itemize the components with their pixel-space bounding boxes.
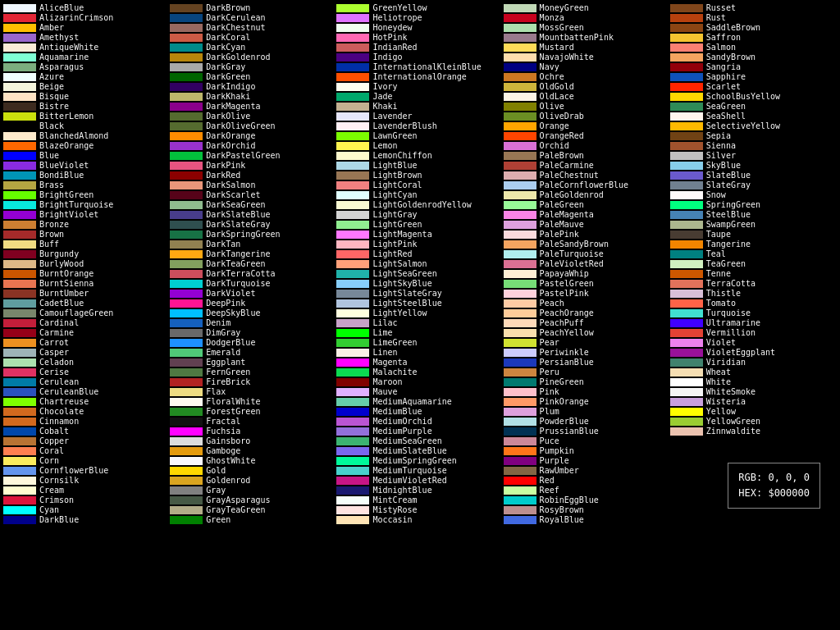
list-item[interactable]: DarkPastelGreen	[170, 151, 336, 160]
list-item[interactable]: PalePink	[504, 230, 670, 239]
list-item[interactable]: PaleSandyBrown	[504, 240, 670, 249]
list-item[interactable]: Red	[504, 476, 670, 485]
list-item[interactable]: Ultramarine	[670, 318, 837, 327]
list-item[interactable]: PaleChestnut	[504, 171, 670, 180]
list-item[interactable]: BurntSienna	[3, 279, 170, 288]
list-item[interactable]: Salmon	[670, 43, 837, 52]
list-item[interactable]: Buff	[3, 240, 170, 249]
list-item[interactable]: SteelBlue	[670, 210, 837, 219]
list-item[interactable]: PinkOrange	[504, 397, 670, 406]
list-item[interactable]: SkyBlue	[670, 161, 837, 170]
list-item[interactable]: Corn	[3, 456, 170, 465]
list-item[interactable]: RosyBrown	[504, 505, 670, 514]
list-item[interactable]: Carrot	[3, 338, 170, 347]
list-item[interactable]: VioletEggplant	[670, 348, 837, 357]
list-item[interactable]: Vermillion	[670, 328, 837, 337]
list-item[interactable]: Tenne	[670, 269, 837, 278]
list-item[interactable]: LemonChiffon	[336, 151, 503, 160]
list-item[interactable]: Cyan	[3, 505, 170, 514]
list-item[interactable]: DarkOlive	[170, 112, 336, 121]
list-item[interactable]: InternationalOrange	[336, 72, 503, 81]
list-item[interactable]: LightYellow	[336, 308, 503, 317]
list-item[interactable]: IndianRed	[336, 43, 503, 52]
list-item[interactable]: Silver	[670, 151, 837, 160]
list-item[interactable]: DarkGreen	[170, 72, 336, 81]
list-item[interactable]: DarkPink	[170, 161, 336, 170]
list-item[interactable]: PersianBlue	[504, 358, 670, 367]
list-item[interactable]: BlueViolet	[3, 161, 170, 170]
list-item[interactable]: LightGoldenrodYellow	[336, 200, 503, 209]
list-item[interactable]: DimGray	[170, 328, 336, 337]
list-item[interactable]: SaddleBrown	[670, 23, 837, 32]
list-item[interactable]: Olive	[504, 102, 670, 111]
list-item[interactable]: DarkBlue	[3, 515, 170, 524]
list-item[interactable]: DarkTeaGreen	[170, 259, 336, 268]
list-item[interactable]: GrayAsparagus	[170, 495, 336, 504]
list-item[interactable]: GhostWhite	[170, 456, 336, 465]
list-item[interactable]: TeaGreen	[670, 259, 837, 268]
list-item[interactable]: DeepSkyBlue	[170, 308, 336, 317]
list-item[interactable]: CeruleanBlue	[3, 387, 170, 396]
list-item[interactable]: Peru	[504, 368, 670, 377]
list-item[interactable]: HotPink	[336, 33, 503, 42]
list-item[interactable]: CornflowerBlue	[3, 466, 170, 475]
list-item[interactable]: DarkCyan	[170, 43, 336, 52]
list-item[interactable]: BlanchedAlmond	[3, 131, 170, 140]
list-item[interactable]: PeachOrange	[504, 308, 670, 317]
list-item[interactable]: Gamboge	[170, 446, 336, 455]
list-item[interactable]: LightGreen	[336, 220, 503, 229]
list-item[interactable]: RobinEggBlue	[504, 495, 670, 504]
list-item[interactable]: MidnightBlue	[336, 486, 503, 495]
list-item[interactable]: LawnGreen	[336, 131, 503, 140]
list-item[interactable]: Azure	[3, 72, 170, 81]
list-item[interactable]: SchoolBusYellow	[670, 92, 837, 101]
list-item[interactable]: Purple	[504, 456, 670, 465]
list-item[interactable]: Turquoise	[670, 308, 837, 317]
list-item[interactable]: LightSalmon	[336, 259, 503, 268]
list-item[interactable]: Crimson	[3, 495, 170, 504]
list-item[interactable]: PrussianBlue	[504, 427, 670, 436]
list-item[interactable]: Moccasin	[336, 515, 503, 524]
list-item[interactable]: BrightGreen	[3, 190, 170, 199]
list-item[interactable]: LightSkyBlue	[336, 279, 503, 288]
list-item[interactable]: SandyBrown	[670, 52, 837, 62]
list-item[interactable]: Tomato	[670, 299, 837, 308]
list-item[interactable]: Copper	[3, 436, 170, 445]
list-item[interactable]: Cream	[3, 486, 170, 495]
list-item[interactable]: Cornsilk	[3, 476, 170, 485]
list-item[interactable]: DarkSpringGreen	[170, 230, 336, 239]
list-item[interactable]: Zinnwaldite	[670, 427, 837, 436]
list-item[interactable]: DarkTurquoise	[170, 279, 336, 288]
list-item[interactable]: Lime	[336, 328, 503, 337]
list-item[interactable]: DarkOrange	[170, 131, 336, 140]
list-item[interactable]: DarkOliveGreen	[170, 121, 336, 130]
list-item[interactable]: DarkScarlet	[170, 190, 336, 199]
list-item[interactable]: FloralWhite	[170, 397, 336, 406]
list-item[interactable]: DarkBrown	[170, 3, 336, 12]
list-item[interactable]: BurlyWood	[3, 259, 170, 268]
list-item[interactable]: Bronze	[3, 220, 170, 229]
list-item[interactable]: BrightTurquoise	[3, 200, 170, 209]
list-item[interactable]: CadetBlue	[3, 299, 170, 308]
list-item[interactable]: PaleGoldenrod	[504, 190, 670, 199]
list-item[interactable]: AliceBlue	[3, 3, 170, 12]
list-item[interactable]: Cardinal	[3, 318, 170, 327]
list-item[interactable]: Orchid	[504, 141, 670, 150]
list-item[interactable]: Wheat	[670, 368, 837, 377]
list-item[interactable]: Yellow	[670, 407, 837, 416]
list-item[interactable]: Cerulean	[3, 377, 170, 386]
list-item[interactable]: Eggplant	[170, 358, 336, 367]
list-item[interactable]: Taupe	[670, 230, 837, 239]
list-item[interactable]: Tangerine	[670, 240, 837, 249]
list-item[interactable]: Saffron	[670, 33, 837, 42]
list-item[interactable]: OliveDrab	[504, 112, 670, 121]
list-item[interactable]: Maroon	[336, 377, 503, 386]
list-item[interactable]: LightPink	[336, 240, 503, 249]
list-item[interactable]: Ochre	[504, 72, 670, 81]
list-item[interactable]: Pink	[504, 387, 670, 396]
list-item[interactable]: LightCoral	[336, 180, 503, 189]
list-item[interactable]: MediumPurple	[336, 427, 503, 436]
list-item[interactable]: PapayaWhip	[504, 269, 670, 278]
list-item[interactable]: Goldenrod	[170, 476, 336, 485]
list-item[interactable]: SeaGreen	[670, 102, 837, 111]
